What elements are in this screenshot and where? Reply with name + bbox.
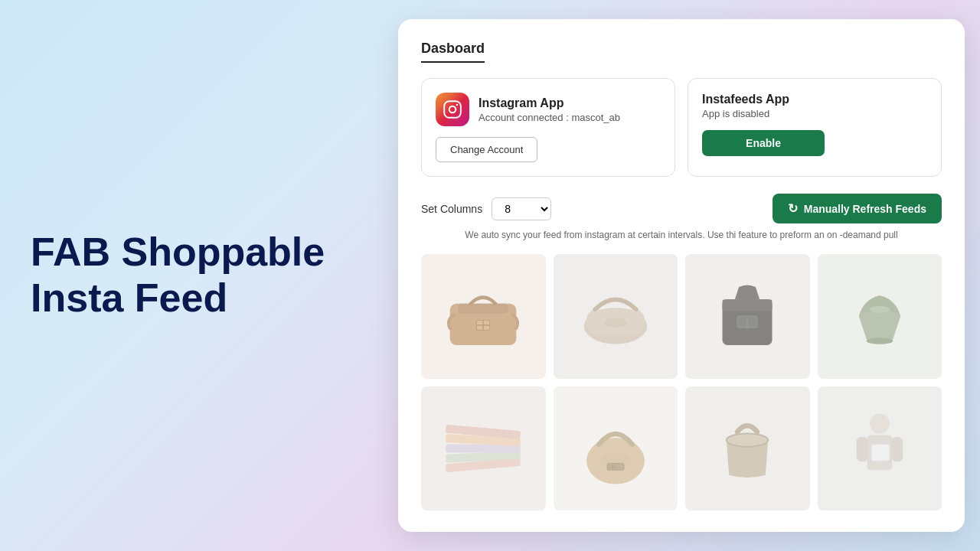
instagram-account-status: Account connected : mascot_ab xyxy=(479,112,620,123)
svg-rect-4 xyxy=(459,304,508,314)
svg-text:M: M xyxy=(611,465,615,470)
feed-item xyxy=(685,386,810,511)
enable-button[interactable]: Enable xyxy=(702,130,825,156)
svg-rect-12 xyxy=(723,300,773,311)
instafeeds-card: Instafeeds App App is disabled Enable xyxy=(688,78,942,177)
product-image-6: M xyxy=(554,386,678,511)
feed-item: M xyxy=(554,386,678,511)
set-columns-label: Set Columns xyxy=(421,203,482,215)
product-image-8 xyxy=(818,386,942,511)
refresh-icon: ↻ xyxy=(788,201,798,216)
instagram-card: Instagram App Account connected : mascot… xyxy=(421,78,675,177)
feed-item xyxy=(818,386,942,511)
svg-point-28 xyxy=(870,413,890,433)
feed-item xyxy=(421,386,546,511)
manually-refresh-feeds-button[interactable]: ↻ Manually Refresh Feeds xyxy=(773,194,942,223)
feed-item xyxy=(818,254,942,379)
columns-select[interactable]: 4 6 8 10 12 xyxy=(492,197,551,220)
feed-item xyxy=(421,254,546,379)
instafeeds-card-header: Instafeeds App App is disabled xyxy=(702,93,927,119)
product-image-3 xyxy=(685,254,810,379)
instagram-app-name: Instagram App xyxy=(479,96,620,110)
feed-item xyxy=(685,254,810,379)
feed-grid: M xyxy=(421,254,942,510)
svg-point-10 xyxy=(604,318,627,328)
app-title: FAB Shoppable Insta Feed xyxy=(31,230,352,321)
change-account-button[interactable]: Change Account xyxy=(436,137,537,162)
instafeeds-card-info: Instafeeds App App is disabled xyxy=(702,93,789,119)
app-cards: Instagram App Account connected : mascot… xyxy=(421,78,942,177)
svg-rect-0 xyxy=(444,101,461,118)
controls-row: Set Columns 4 6 8 10 12 ↻ Manually Refre… xyxy=(421,194,942,223)
instagram-icon xyxy=(436,93,469,126)
dashboard-title: Dasboard xyxy=(421,41,485,63)
svg-point-15 xyxy=(866,337,893,344)
instagram-card-header: Instagram App Account connected : mascot… xyxy=(436,93,661,126)
svg-point-1 xyxy=(449,106,456,113)
svg-point-2 xyxy=(456,104,459,106)
svg-point-16 xyxy=(870,306,890,313)
instafeeds-app-name: Instafeeds App xyxy=(702,93,789,106)
main-panel: Dasboard Instagram App Account connected… xyxy=(398,19,965,532)
product-image-4 xyxy=(818,254,942,379)
refresh-button-label: Manually Refresh Feeds xyxy=(804,203,926,215)
instafeeds-app-status: App is disabled xyxy=(702,108,789,119)
feed-item xyxy=(554,254,678,379)
product-image-1 xyxy=(421,254,546,379)
set-columns-control: Set Columns 4 6 8 10 12 xyxy=(421,197,551,220)
svg-rect-32 xyxy=(871,444,890,461)
svg-rect-31 xyxy=(891,437,903,462)
sync-note: We auto sync your feed from instagram at… xyxy=(421,230,942,240)
product-image-5 xyxy=(421,386,546,511)
instagram-card-info: Instagram App Account connected : mascot… xyxy=(479,96,620,123)
svg-rect-30 xyxy=(856,437,867,462)
product-image-2 xyxy=(554,254,678,379)
left-panel: FAB Shoppable Insta Feed xyxy=(31,230,352,321)
product-image-7 xyxy=(685,386,810,511)
